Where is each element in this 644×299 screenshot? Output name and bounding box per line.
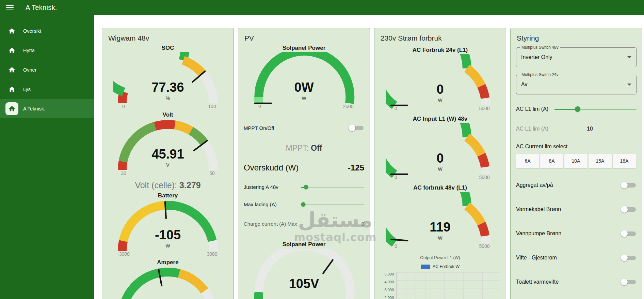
gauge-title: Solpanel Power: [244, 44, 364, 52]
gauge-title: AC Input L1 (W) 48v: [380, 115, 500, 123]
y-tick: 5,000: [384, 272, 394, 280]
justering-label: Justering A 48v: [244, 184, 278, 190]
sidebar-item-ovner[interactable]: Ovner: [0, 60, 94, 79]
sidebar-item-label: Ovner: [23, 67, 37, 73]
mppt-toggle[interactable]: [349, 124, 364, 131]
main-content: Wigwam 48v SOC 77.36%0100 Volt 45.91V305…: [94, 15, 644, 299]
home-icon: [5, 44, 18, 57]
ac-l1-lim-slider[interactable]: [554, 106, 637, 112]
gauge-block-ac-forbruk-48v: AC forbruk 48v (L1) 119W05000: [380, 184, 500, 249]
current-lim-button-10a[interactable]: 10A: [564, 154, 587, 168]
overskudd-row: Overskudd (W) -125: [244, 163, 364, 173]
max-lading-slider[interactable]: [301, 202, 364, 207]
gauge-title: AC forbruk 48v (L1): [380, 184, 500, 192]
sidebar-item-label: Oversikt: [23, 28, 41, 34]
home-icon: [5, 25, 18, 38]
select-label: Multiplus Switch 24v: [520, 72, 560, 77]
select-value: Inverter Only: [516, 48, 636, 67]
ac-l1-lim-slider-row: AC L1 lim (A): [516, 106, 637, 112]
svg-text:0: 0: [436, 82, 444, 96]
svg-text:-105: -105: [155, 228, 181, 242]
svg-text:0W: 0W: [294, 80, 314, 94]
multiplus-switch-24v-select[interactable]: Multiplus Switch 24v Av: [516, 75, 637, 94]
sidebar-item-hytta[interactable]: Hytta: [0, 41, 94, 60]
toalett-varmevifte-toggle[interactable]: [621, 279, 637, 285]
svg-text:%: %: [166, 95, 170, 101]
mppt-status-value: Off: [311, 144, 322, 152]
sidebar-item-label: Hytta: [23, 48, 35, 53]
y-tick: 3,000: [384, 288, 394, 296]
svg-text:45.91: 45.91: [151, 147, 184, 161]
ampere-gauge: [113, 267, 222, 299]
overskudd-value: -125: [348, 163, 364, 173]
vifte-gjesterom-toggle[interactable]: [621, 254, 637, 261]
legend-label: AC Forbruk W: [433, 264, 460, 269]
caret-down-icon: [627, 56, 631, 58]
sidebar-item-label: Lys: [23, 87, 31, 92]
card-wigwam-48v: Wigwam 48v SOC 77.36%0100 Volt 45.91V305…: [102, 28, 234, 299]
aggregat-toggle[interactable]: [621, 182, 637, 189]
current-lim-button-18a[interactable]: 18A: [613, 154, 636, 168]
gauge-block-ac-forbruk-24v: AC Forbruk 24v (L1) 0W05000: [380, 46, 500, 111]
charge-current-label: Charge current (A) Max: [244, 221, 297, 227]
svg-text:0: 0: [395, 243, 397, 249]
svg-text:100: 100: [208, 104, 216, 109]
card-title: PV: [244, 34, 364, 43]
gauge-title: AC Forbruk 24v (L1): [380, 46, 500, 54]
card-styring: Styring Multiplus Switch 48v Inverter On…: [510, 28, 642, 299]
svg-text:5000: 5000: [479, 175, 489, 180]
aggregat-label: Aggregat av/på: [516, 182, 553, 188]
y-tick: 2,000: [384, 296, 394, 299]
max-lading-label: Max lading (A): [244, 201, 277, 207]
aggregat-toggle-row: Aggregat av/på: [516, 182, 637, 189]
sidebar-item-lys[interactable]: Lys: [0, 79, 94, 99]
gauge-block-ampere: Ampere: [108, 258, 228, 299]
card-title: 230v Strøm forbruk: [381, 34, 500, 43]
svg-text:3000: 3000: [207, 251, 217, 257]
svg-text:77.36: 77.36: [151, 80, 184, 94]
svg-text:V: V: [166, 162, 170, 168]
gauge-block-solpanel-2: Solpanel Power 105V: [244, 240, 364, 299]
svg-text:-3000: -3000: [117, 251, 130, 257]
justering-slider[interactable]: [301, 185, 364, 190]
gauge-block-battery: Battery -105W-30003000: [108, 192, 228, 257]
app-header: A Teknisk.: [0, 0, 644, 15]
svg-text:0: 0: [436, 151, 444, 165]
current-lim-button-6a[interactable]: 6A: [516, 154, 539, 168]
current-lim-button-15a[interactable]: 15A: [589, 154, 612, 168]
mppt-status-label: MPPT:: [286, 144, 309, 152]
card-pv: PV Solpanel Power 0WW02500 MPPT On/Off M…: [238, 28, 370, 299]
sidebar: Oversikt Hytta Ovner Lys A Teknisk.: [0, 15, 94, 299]
gauge-block-volt: Volt 45.91V3050: [108, 111, 228, 176]
sidebar-item-a-teknisk[interactable]: A Teknisk.: [0, 99, 94, 118]
justering-row: Justering A 48v: [244, 184, 364, 190]
card-title: Wigwam 48v: [108, 34, 228, 43]
solpanel-voltage-gauge: 105V: [249, 249, 358, 299]
volt-celle-label: Volt (celle):: [135, 180, 177, 190]
home-icon: [5, 102, 18, 115]
select-label: Multiplus Switch 48v: [520, 45, 560, 50]
ac-l1-lim-readout-row: AC L1 lim (A) 10: [516, 126, 637, 132]
gauge-title: SOC: [108, 44, 228, 52]
soc-gauge: 77.36%0100: [113, 52, 222, 109]
app-title: A Teknisk.: [26, 4, 57, 12]
sidebar-item-oversikt[interactable]: Oversikt: [0, 21, 94, 41]
svg-text:0: 0: [122, 104, 125, 109]
ac-input-l1-gauge: 0W05000: [386, 123, 495, 180]
chart-legend: AC Forbruk W: [380, 264, 500, 269]
home-icon: [5, 63, 18, 76]
sidebar-item-label: A Teknisk.: [23, 106, 45, 111]
multiplus-switch-48v-select[interactable]: Multiplus Switch 48v Inverter Only: [516, 47, 637, 67]
y-tick: 4,000: [384, 280, 394, 288]
svg-text:50: 50: [209, 170, 215, 176]
vannpumpe-toggle[interactable]: [621, 230, 637, 237]
gauge-title: Battery: [108, 192, 228, 200]
hamburger-menu-icon[interactable]: [6, 5, 14, 10]
svg-text:W: W: [302, 95, 306, 101]
plot-area: [396, 272, 500, 299]
varmekabel-toggle[interactable]: [621, 206, 637, 213]
svg-text:W: W: [438, 166, 442, 172]
volt-celle-readout: Volt (celle): 3.279: [108, 180, 228, 190]
vifte-gjesterom-label: Vifte - Gjesterom: [516, 255, 557, 261]
current-lim-button-8a[interactable]: 8A: [540, 154, 563, 168]
